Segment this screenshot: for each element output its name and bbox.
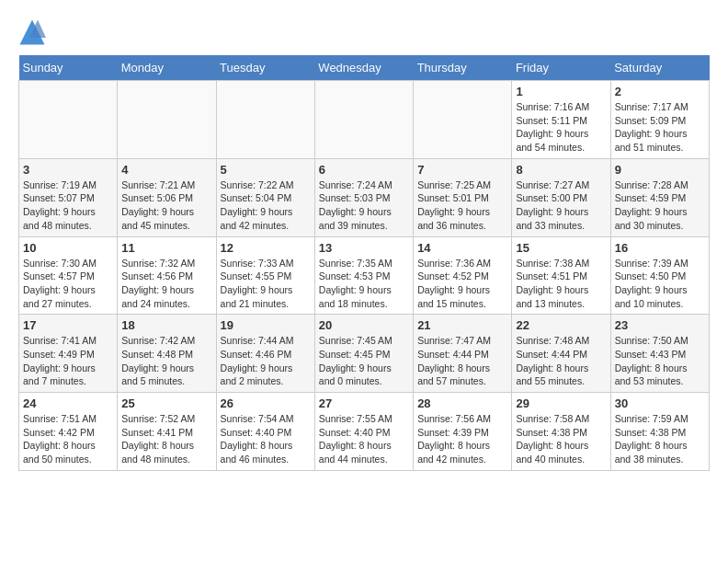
- day-number: 29: [516, 396, 606, 410]
- day-info: Sunrise: 7:24 AM Sunset: 5:03 PM Dayligh…: [319, 178, 409, 233]
- week-row-3: 10Sunrise: 7:30 AM Sunset: 4:57 PM Dayli…: [19, 236, 710, 315]
- day-info: Sunrise: 7:27 AM Sunset: 5:00 PM Dayligh…: [516, 178, 606, 233]
- weekday-header-sunday: Sunday: [19, 55, 118, 81]
- day-number: 27: [319, 396, 409, 410]
- calendar-cell: 30Sunrise: 7:59 AM Sunset: 4:38 PM Dayli…: [610, 393, 709, 471]
- calendar-table: SundayMondayTuesdayWednesdayThursdayFrid…: [18, 55, 710, 471]
- calendar-cell: 22Sunrise: 7:48 AM Sunset: 4:44 PM Dayli…: [512, 315, 610, 393]
- logo-icon: [18, 18, 46, 46]
- day-info: Sunrise: 7:30 AM Sunset: 4:57 PM Dayligh…: [23, 257, 113, 311]
- day-number: 6: [319, 163, 409, 177]
- day-number: 18: [121, 318, 211, 332]
- calendar-cell: 15Sunrise: 7:38 AM Sunset: 4:51 PM Dayli…: [512, 236, 610, 315]
- day-number: 24: [23, 396, 113, 410]
- calendar-cell: 2Sunrise: 7:17 AM Sunset: 5:09 PM Daylig…: [610, 81, 709, 159]
- day-info: Sunrise: 7:39 AM Sunset: 4:50 PM Dayligh…: [615, 257, 705, 311]
- day-number: 11: [121, 241, 211, 255]
- day-info: Sunrise: 7:36 AM Sunset: 4:52 PM Dayligh…: [417, 257, 507, 311]
- calendar-cell: 21Sunrise: 7:47 AM Sunset: 4:44 PM Dayli…: [414, 315, 512, 393]
- day-number: 8: [516, 163, 606, 177]
- calendar-cell: 19Sunrise: 7:44 AM Sunset: 4:46 PM Dayli…: [216, 315, 314, 393]
- day-info: Sunrise: 7:17 AM Sunset: 5:09 PM Dayligh…: [615, 100, 705, 155]
- calendar-cell: 13Sunrise: 7:35 AM Sunset: 4:53 PM Dayli…: [314, 236, 413, 315]
- day-number: 19: [221, 318, 311, 332]
- calendar-cell: 1Sunrise: 7:16 AM Sunset: 5:11 PM Daylig…: [512, 81, 610, 159]
- calendar-cell: 3Sunrise: 7:19 AM Sunset: 5:07 PM Daylig…: [19, 158, 118, 236]
- week-row-1: 1Sunrise: 7:16 AM Sunset: 5:11 PM Daylig…: [19, 81, 710, 159]
- day-info: Sunrise: 7:22 AM Sunset: 5:04 PM Dayligh…: [221, 178, 311, 233]
- calendar-cell: [216, 81, 314, 159]
- day-number: 15: [516, 241, 606, 255]
- weekday-header-saturday: Saturday: [610, 55, 709, 81]
- calendar-cell: [118, 81, 216, 159]
- day-info: Sunrise: 7:59 AM Sunset: 4:38 PM Dayligh…: [615, 412, 705, 466]
- calendar-cell: [414, 81, 512, 159]
- day-info: Sunrise: 7:28 AM Sunset: 4:59 PM Dayligh…: [615, 178, 705, 233]
- calendar-cell: 28Sunrise: 7:56 AM Sunset: 4:39 PM Dayli…: [414, 393, 512, 471]
- calendar-cell: 20Sunrise: 7:45 AM Sunset: 4:45 PM Dayli…: [314, 315, 413, 393]
- calendar-cell: 11Sunrise: 7:32 AM Sunset: 4:56 PM Dayli…: [118, 236, 216, 315]
- calendar-cell: 4Sunrise: 7:21 AM Sunset: 5:06 PM Daylig…: [118, 158, 216, 236]
- day-number: 7: [417, 163, 507, 177]
- day-info: Sunrise: 7:50 AM Sunset: 4:43 PM Dayligh…: [615, 334, 705, 388]
- calendar-cell: 26Sunrise: 7:54 AM Sunset: 4:40 PM Dayli…: [216, 393, 314, 471]
- weekday-header-friday: Friday: [512, 55, 610, 81]
- day-number: 14: [417, 241, 507, 255]
- day-info: Sunrise: 7:33 AM Sunset: 4:55 PM Dayligh…: [221, 257, 311, 311]
- calendar-cell: 25Sunrise: 7:52 AM Sunset: 4:41 PM Dayli…: [118, 393, 216, 471]
- day-number: 28: [417, 396, 507, 410]
- calendar-cell: 10Sunrise: 7:30 AM Sunset: 4:57 PM Dayli…: [19, 236, 118, 315]
- day-number: 16: [615, 241, 705, 255]
- weekday-header-thursday: Thursday: [414, 55, 512, 81]
- day-info: Sunrise: 7:47 AM Sunset: 4:44 PM Dayligh…: [417, 334, 507, 388]
- calendar-cell: 6Sunrise: 7:24 AM Sunset: 5:03 PM Daylig…: [314, 158, 413, 236]
- calendar-cell: 9Sunrise: 7:28 AM Sunset: 4:59 PM Daylig…: [610, 158, 709, 236]
- day-number: 20: [319, 318, 409, 332]
- day-info: Sunrise: 7:16 AM Sunset: 5:11 PM Dayligh…: [516, 100, 606, 155]
- day-number: 25: [121, 396, 211, 410]
- day-info: Sunrise: 7:38 AM Sunset: 4:51 PM Dayligh…: [516, 257, 606, 311]
- day-number: 1: [516, 85, 606, 98]
- day-info: Sunrise: 7:21 AM Sunset: 5:06 PM Dayligh…: [121, 178, 211, 233]
- calendar-cell: 27Sunrise: 7:55 AM Sunset: 4:40 PM Dayli…: [314, 393, 413, 471]
- day-info: Sunrise: 7:45 AM Sunset: 4:45 PM Dayligh…: [319, 334, 409, 388]
- calendar-cell: 17Sunrise: 7:41 AM Sunset: 4:49 PM Dayli…: [19, 315, 118, 393]
- day-number: 26: [221, 396, 311, 410]
- day-info: Sunrise: 7:44 AM Sunset: 4:46 PM Dayligh…: [221, 334, 311, 388]
- day-info: Sunrise: 7:41 AM Sunset: 4:49 PM Dayligh…: [23, 334, 113, 388]
- page-header: [18, 18, 710, 46]
- day-info: Sunrise: 7:58 AM Sunset: 4:38 PM Dayligh…: [516, 412, 606, 466]
- weekday-header-row: SundayMondayTuesdayWednesdayThursdayFrid…: [19, 55, 710, 81]
- weekday-header-wednesday: Wednesday: [314, 55, 413, 81]
- calendar-cell: 24Sunrise: 7:51 AM Sunset: 4:42 PM Dayli…: [19, 393, 118, 471]
- day-number: 23: [615, 318, 705, 332]
- weekday-header-tuesday: Tuesday: [216, 55, 314, 81]
- day-info: Sunrise: 7:48 AM Sunset: 4:44 PM Dayligh…: [516, 334, 606, 388]
- day-number: 9: [615, 163, 705, 177]
- day-info: Sunrise: 7:51 AM Sunset: 4:42 PM Dayligh…: [23, 412, 113, 466]
- day-number: 3: [23, 163, 113, 177]
- day-number: 4: [121, 163, 211, 177]
- week-row-2: 3Sunrise: 7:19 AM Sunset: 5:07 PM Daylig…: [19, 158, 710, 236]
- day-number: 5: [221, 163, 311, 177]
- day-info: Sunrise: 7:42 AM Sunset: 4:48 PM Dayligh…: [121, 334, 211, 388]
- day-info: Sunrise: 7:55 AM Sunset: 4:40 PM Dayligh…: [319, 412, 409, 466]
- day-info: Sunrise: 7:56 AM Sunset: 4:39 PM Dayligh…: [417, 412, 507, 466]
- day-number: 21: [417, 318, 507, 332]
- day-number: 10: [23, 241, 113, 255]
- day-number: 2: [615, 85, 705, 98]
- day-number: 30: [615, 396, 705, 410]
- day-info: Sunrise: 7:32 AM Sunset: 4:56 PM Dayligh…: [121, 257, 211, 311]
- weekday-header-monday: Monday: [118, 55, 216, 81]
- day-number: 17: [23, 318, 113, 332]
- calendar-cell: [19, 81, 118, 159]
- day-info: Sunrise: 7:25 AM Sunset: 5:01 PM Dayligh…: [417, 178, 507, 233]
- day-info: Sunrise: 7:52 AM Sunset: 4:41 PM Dayligh…: [121, 412, 211, 466]
- calendar-cell: 29Sunrise: 7:58 AM Sunset: 4:38 PM Dayli…: [512, 393, 610, 471]
- day-number: 13: [319, 241, 409, 255]
- calendar-cell: 12Sunrise: 7:33 AM Sunset: 4:55 PM Dayli…: [216, 236, 314, 315]
- day-info: Sunrise: 7:35 AM Sunset: 4:53 PM Dayligh…: [319, 257, 409, 311]
- calendar-cell: 18Sunrise: 7:42 AM Sunset: 4:48 PM Dayli…: [118, 315, 216, 393]
- calendar-cell: [314, 81, 413, 159]
- calendar-cell: 7Sunrise: 7:25 AM Sunset: 5:01 PM Daylig…: [414, 158, 512, 236]
